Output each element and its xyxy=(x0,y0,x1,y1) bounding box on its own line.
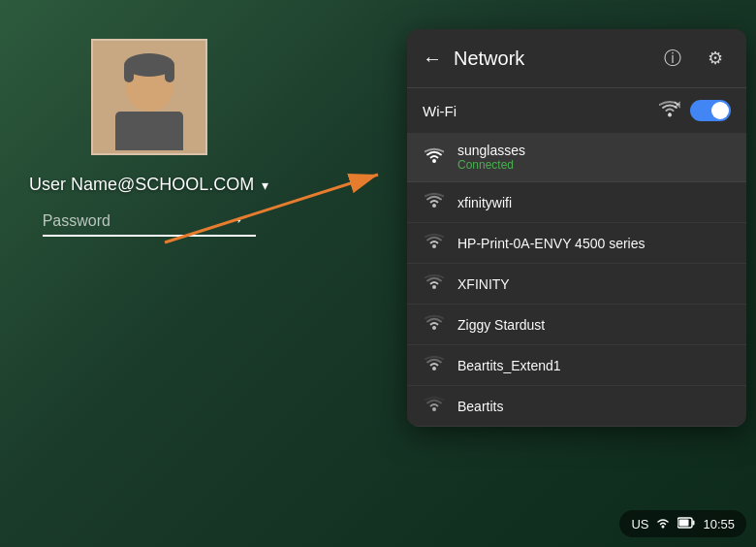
wifi-icon xyxy=(423,274,446,294)
network-list: sunglasses Connected xfinitywifi xyxy=(407,133,746,427)
wifi-section-header: Wi-Fi xyxy=(407,88,746,133)
network-info: HP-Print-0A-ENVY 4500 series xyxy=(457,236,645,251)
svg-point-12 xyxy=(432,204,436,208)
network-info: xfinitywifi xyxy=(457,195,512,210)
wifi-label: Wi-Fi xyxy=(423,103,457,119)
battery-icon xyxy=(677,516,695,531)
wifi-icon xyxy=(423,355,446,375)
user-row: User Name@SCHOOL.COM ▾ xyxy=(29,175,268,195)
panel-header: ← Network ⓘ ⚙ xyxy=(407,29,746,88)
network-status: Connected xyxy=(457,158,525,172)
wifi-signal-icon xyxy=(659,100,680,121)
svg-rect-21 xyxy=(693,521,695,526)
network-info: sunglasses Connected xyxy=(457,143,525,172)
password-input[interactable] xyxy=(43,212,227,230)
svg-rect-4 xyxy=(124,63,134,82)
network-name: Beartits_Extend1 xyxy=(457,358,561,373)
network-info: XFINITY xyxy=(457,276,510,292)
network-name: xfinitywifi xyxy=(457,195,512,210)
svg-point-15 xyxy=(432,326,436,330)
wifi-icon xyxy=(423,314,446,335)
toggle-knob xyxy=(711,102,729,119)
wifi-icon xyxy=(423,147,446,168)
wifi-toggle[interactable] xyxy=(690,100,731,121)
username-label: User Name@SCHOOL.COM xyxy=(29,175,254,195)
network-item[interactable]: Beartits_Extend1 xyxy=(407,345,746,386)
svg-point-18 xyxy=(662,526,665,529)
avatar xyxy=(91,39,207,155)
clock-label: 10:55 xyxy=(703,517,735,531)
network-name: XFINITY xyxy=(457,276,510,292)
svg-rect-1 xyxy=(115,112,183,150)
user-dropdown-chevron[interactable]: ▾ xyxy=(262,177,268,193)
network-item[interactable]: Beartits xyxy=(407,386,746,427)
info-button[interactable]: ⓘ xyxy=(657,43,688,74)
svg-rect-5 xyxy=(165,63,174,82)
taskbar-wifi-icon xyxy=(656,516,670,531)
network-name: HP-Print-0A-ENVY 4500 series xyxy=(457,236,645,251)
wifi-icon xyxy=(423,192,446,212)
network-name: sunglasses xyxy=(457,143,525,158)
network-item[interactable]: sunglasses Connected xyxy=(407,133,746,182)
svg-point-11 xyxy=(432,159,436,163)
network-item[interactable]: HP-Print-0A-ENVY 4500 series xyxy=(407,223,746,264)
svg-point-14 xyxy=(432,285,436,289)
svg-point-13 xyxy=(432,244,436,248)
network-panel: ← Network ⓘ ⚙ Wi-Fi xyxy=(407,29,746,427)
wifi-controls xyxy=(659,100,731,121)
settings-button[interactable]: ⚙ xyxy=(700,43,731,74)
taskbar: US 10:55 xyxy=(619,510,746,537)
wifi-icon xyxy=(423,233,446,253)
svg-rect-20 xyxy=(679,520,689,527)
network-info: Beartits xyxy=(457,399,503,414)
locale-label: US xyxy=(631,517,648,531)
header-icons: ⓘ ⚙ xyxy=(657,43,731,74)
network-name: Beartits xyxy=(457,399,503,414)
svg-point-17 xyxy=(432,407,436,411)
svg-point-8 xyxy=(668,113,672,117)
panel-title: Network xyxy=(454,48,657,70)
network-item[interactable]: xfinitywifi xyxy=(407,182,746,223)
back-button[interactable]: ← xyxy=(423,48,442,70)
password-row: → xyxy=(43,210,256,237)
svg-point-16 xyxy=(432,367,436,370)
network-item[interactable]: Ziggy Stardust xyxy=(407,305,746,345)
login-submit-button[interactable]: → xyxy=(227,210,244,231)
network-item[interactable]: XFINITY xyxy=(407,264,746,305)
network-info: Beartits_Extend1 xyxy=(457,358,561,373)
login-area: User Name@SCHOOL.COM ▾ → xyxy=(29,39,268,237)
network-info: Ziggy Stardust xyxy=(457,317,545,333)
wifi-icon xyxy=(423,396,446,416)
network-name: Ziggy Stardust xyxy=(457,317,545,333)
